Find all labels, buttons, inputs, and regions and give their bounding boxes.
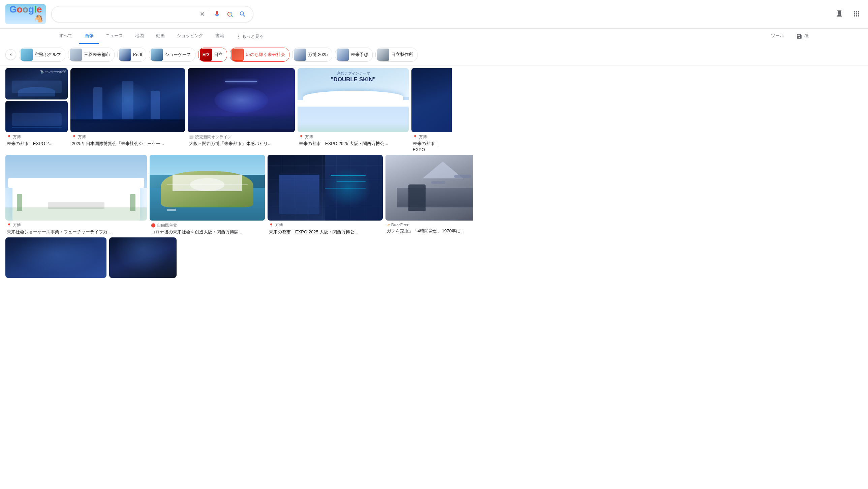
feed-icon-9: ↗ <box>387 223 390 227</box>
search-bar[interactable]: 万博 未来 ✕ <box>51 6 253 22</box>
news-icon-3: 📰 <box>189 135 194 139</box>
chip-kddi[interactable]: Kddi <box>117 48 146 62</box>
image-card-8[interactable] <box>268 155 383 221</box>
search-input[interactable]: 万博 未来 <box>57 11 196 18</box>
chip-thumb-flying-car <box>21 49 33 61</box>
image-meta-6: 📍 万博 未来社会ショーケース事業・フューチャーライフ万... <box>5 221 147 236</box>
chip-inochi[interactable]: いのち輝く未来社会 <box>230 48 289 62</box>
location-pin-1: 📍 <box>7 135 11 139</box>
image-meta-8: 📍 万博 未来の都市｜EXPO 2025 大阪・関西万博公... <box>268 221 383 236</box>
image-title-6: 未来社会ショーケース事業・フューチャーライフ万... <box>7 229 146 235</box>
chip-scroll-left[interactable] <box>5 49 16 60</box>
chip-label-expo2025: 万博 2025 <box>308 52 328 58</box>
search-button[interactable] <box>238 9 248 19</box>
filter-chips: 空飛ぶクルマ 三菱未来都市 Kddi ショーケース 日立 日立 いのち輝く未来社… <box>0 44 868 65</box>
image-source-1: 📍 万博 <box>7 134 66 140</box>
image-item-6: 📍 万博 未来社会ショーケース事業・フューチャーライフ万... <box>5 155 147 236</box>
chip-thumb-inochi <box>231 49 244 61</box>
mic-button[interactable] <box>212 9 222 19</box>
image-title-1: 未来の都市｜EXPO 2... <box>7 141 66 147</box>
chip-mitsubishi[interactable]: 三菱未来都市 <box>68 48 115 62</box>
image-meta-5: 📍 万博 未来の都市｜EXPO <box>411 132 452 153</box>
image-card-4[interactable]: 外部デザインテーマ "DOUBLE SKIN" <box>298 68 409 132</box>
image-source-3: 📰 読売新聞オンライン <box>189 134 293 140</box>
tab-news[interactable]: ニュース <box>100 29 128 44</box>
image-title-7: コロナ後の未来社会を創造大阪・関西万博開... <box>151 229 264 235</box>
image-card-2[interactable] <box>70 68 185 132</box>
image-card-1a[interactable]: 📡 センサーの位置 <box>5 68 68 99</box>
lens-button[interactable] <box>225 9 235 19</box>
image-item-2: 📍 万博 2025年日本国際博覧会『未来社会ショーケー... <box>70 68 185 153</box>
more-button[interactable]: ⋮ もっと見る <box>231 29 269 44</box>
chip-thumb-showcase <box>151 49 163 61</box>
chip-future[interactable]: 未来予想 <box>335 48 373 62</box>
chip-thumb-mitsubishi <box>70 49 82 61</box>
image-card-7[interactable] <box>150 155 265 221</box>
image-card-10[interactable] <box>5 237 106 278</box>
image-item-3: 📰 読売新聞オンライン 大阪・関西万博「未来都市」体感パビリ... <box>188 68 295 153</box>
image-card-6[interactable] <box>5 155 147 221</box>
image-card-1b[interactable] <box>5 101 68 132</box>
header-right <box>833 8 863 21</box>
tab-books[interactable]: 書籍 <box>210 29 229 44</box>
more-label: もっと見る <box>242 33 264 39</box>
chip-label-future: 未来予想 <box>351 52 368 58</box>
divider <box>209 10 209 18</box>
chip-label-hitachi2: 日立製作所 <box>391 52 413 58</box>
image-item-5: 📍 万博 未来の都市｜EXPO <box>411 68 452 153</box>
image-source-7: 🔴 自由民主党 <box>151 223 264 228</box>
image-row-2: 📍 万博 未来社会ショーケース事業・フューチャーライフ万... <box>5 155 863 236</box>
image-title-8: 未来の都市｜EXPO 2025 大阪・関西万博公... <box>269 229 381 235</box>
image-title-4: 未来の都市｜EXPO 2025 大阪・関西万博公... <box>299 141 407 147</box>
image-source-4: 📍 万博 <box>299 134 407 140</box>
search-icon <box>239 10 246 18</box>
tab-videos[interactable]: 動画 <box>151 29 170 44</box>
image-card-11[interactable] <box>109 237 177 278</box>
image-meta-2: 📍 万博 2025年日本国際博覧会『未来社会ショーケー... <box>70 132 185 147</box>
tab-tools[interactable]: ツール <box>766 29 789 44</box>
image-card-5[interactable] <box>411 68 452 132</box>
lens-icon <box>226 10 234 18</box>
location-pin-5: 📍 <box>413 135 417 139</box>
image-source-6: 📍 万博 <box>7 223 146 228</box>
chevron-left-icon <box>8 52 13 57</box>
chip-flying-car[interactable]: 空飛ぶクルマ <box>19 48 65 62</box>
mic-icon <box>213 10 221 18</box>
image-card-9[interactable] <box>385 155 473 221</box>
svg-point-2 <box>229 13 231 16</box>
tab-maps[interactable]: 地図 <box>130 29 149 44</box>
image-source-2: 📍 万博 <box>72 134 184 140</box>
image-item-4: 外部デザインテーマ "DOUBLE SKIN" 📍 万博 未来の都市｜EXPO … <box>298 68 409 153</box>
image-meta-7: 🔴 自由民主党 コロナ後の未来社会を創造大阪・関西万博開... <box>150 221 265 236</box>
image-item-10 <box>5 237 106 278</box>
apps-button[interactable] <box>850 8 863 21</box>
chip-showcase[interactable]: ショーケース <box>149 48 195 62</box>
apps-icon <box>852 10 861 18</box>
tab-all[interactable]: すべて <box>54 29 78 44</box>
source-name-5: 万博 <box>419 134 427 140</box>
source-name-4: 万博 <box>305 134 313 140</box>
google-logo[interactable]: Google 🐴 <box>5 4 46 24</box>
save-area[interactable]: 保 <box>791 31 814 42</box>
image-item-7: 🔴 自由民主党 コロナ後の未来社会を創造大阪・関西万博開... <box>150 155 265 236</box>
chip-hitachi[interactable]: 日立 日立 <box>198 48 227 62</box>
nav-tabs: すべて 画像 ニュース 地図 動画 ショッピング 書籍 ⋮ もっと見る ツール … <box>0 29 868 44</box>
labs-button[interactable] <box>833 8 845 21</box>
feed-icon-7: 🔴 <box>151 223 156 228</box>
chip-label-showcase: ショーケース <box>165 52 191 58</box>
image-card-3[interactable] <box>188 68 295 132</box>
tab-shopping[interactable]: ショッピング <box>172 29 209 44</box>
image-title-5: 未来の都市｜EXPO <box>413 141 451 153</box>
chip-expo2025[interactable]: 万博 2025 <box>292 48 332 62</box>
source-name-6: 万博 <box>13 223 21 228</box>
location-pin-8: 📍 <box>269 223 274 228</box>
main-content: 📡 センサーの位置 📍 万博 未来の都市｜EXPO 2... <box>0 65 868 282</box>
clear-button[interactable]: ✕ <box>198 9 206 19</box>
image-item-11 <box>109 237 177 278</box>
image-meta-3: 📰 読売新聞オンライン 大阪・関西万博「未来都市」体感パビリ... <box>188 132 295 147</box>
tab-images[interactable]: 画像 <box>79 29 99 44</box>
chip-hitachi2[interactable]: 日立製作所 <box>375 48 417 62</box>
image-meta-1: 📍 万博 未来の都市｜EXPO 2... <box>5 132 68 147</box>
image-row-3 <box>5 237 863 278</box>
source-name-1: 万博 <box>13 134 21 140</box>
